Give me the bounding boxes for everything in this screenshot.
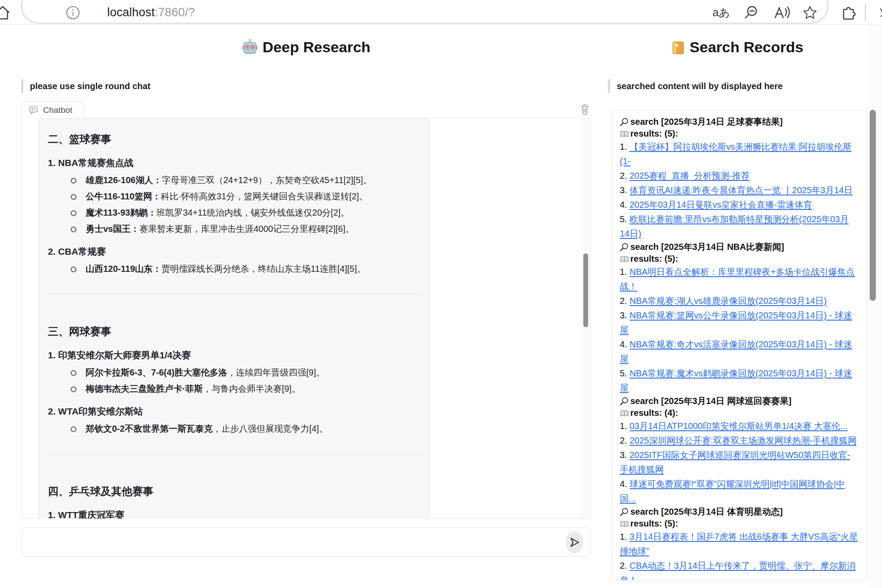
chat-subsection-title: 2. WTA印第安维尔斯站 xyxy=(48,405,419,418)
chat-message: 二、篮球赛事1. NBA常规赛焦点战雄鹿126-106湖人：字母哥准三双（24+… xyxy=(39,119,429,519)
result-number: 4. xyxy=(620,339,629,349)
record-result-item: 5. 欧联比赛前瞻:里昂vs布加勒斯特星预测分析(2025年03月14日) xyxy=(620,212,858,241)
record-results-label: results: (5): xyxy=(620,518,858,530)
record-results-count: results: (4): xyxy=(630,408,678,418)
right-note: searched content will by displayed here xyxy=(608,79,783,93)
browser-toolbar: localhost:7860/? aあ xyxy=(0,0,882,25)
left-note: please use single round chat xyxy=(21,79,151,93)
record-result-item: 2. 2025赛程_直播_分析预测-推荐 xyxy=(620,169,858,183)
chat-section-heading: 二、篮球赛事 xyxy=(48,132,419,146)
search-result-link[interactable]: 【美冠杯】阿拉胡埃伦斯vs美洲狮比赛结果:阿拉胡埃伦斯(1- xyxy=(620,142,852,166)
record-result-item: 2. CBA动态！3月14日上午传来了，贾明儒、张宁、摩尔新消息！ xyxy=(620,559,858,581)
chat-list-item: 公牛116-110篮网：科比·怀特高效31分，篮网关键回合失误葬送逆转[2]。 xyxy=(48,191,419,202)
trash-icon xyxy=(579,104,590,115)
section-divider xyxy=(48,454,418,455)
chat-list-item: 雄鹿126-106湖人：字母哥准三双（24+12+9），东契奇空砍45+11[2… xyxy=(48,174,419,186)
search-records-list: search [2025年3月14日 足球赛事结果]results: (5):1… xyxy=(611,110,867,581)
search-result-link[interactable]: 2025ITF国际女子网球巡回赛深圳光明站W50第四日收官-手机搜狐网 xyxy=(620,450,850,474)
browser-menu-icon[interactable] xyxy=(876,0,882,25)
chat-bullet-list: 雄鹿126-106湖人：字母哥准三双（24+12+9），东契奇空砍45+11[2… xyxy=(48,174,419,235)
search-result-link[interactable]: 2025深圳网球公开赛:双赛双主场激发网球热潮-手机搜狐网 xyxy=(629,436,857,445)
record-results-label: results: (5): xyxy=(620,128,858,140)
result-number: 1. xyxy=(620,421,629,431)
result-number: 2. xyxy=(620,561,629,570)
record-query: search [2025年3月14日 足球赛事结果] xyxy=(630,117,783,126)
search-result-link[interactable]: 2025赛程_直播_分析预测-推荐 xyxy=(629,171,749,180)
favorite-star-icon[interactable] xyxy=(800,0,820,25)
chat-list-item: 郑钦文0-2不敌世界第一斯瓦泰克，止步八强但展现竞争力[4]。 xyxy=(48,423,419,435)
chat-item-lead: 梅德韦杰夫三盘险胜卢卡·菲斯 xyxy=(86,384,203,393)
right-note-text: searched content will by displayed here xyxy=(617,81,783,91)
home-icon[interactable] xyxy=(0,0,12,25)
record-search-header: search [2025年3月14日 NBA比赛新闻] xyxy=(620,241,858,253)
record-results-label: results: (5): xyxy=(620,253,858,265)
result-number: 3. xyxy=(620,310,629,320)
chat-bullet-list: 山西120-119山东：贾明儒踩线长两分绝杀，终结山东主场11连胜[4][5]。 xyxy=(48,263,419,275)
result-number: 2. xyxy=(620,171,629,180)
send-button[interactable] xyxy=(566,531,583,553)
chat-scrollbar-thumb[interactable] xyxy=(583,253,588,327)
chat-input-field[interactable] xyxy=(29,533,557,551)
search-result-link[interactable]: 欧联比赛前瞻:里昂vs布加勒斯特星预测分析(2025年03月14日) xyxy=(620,214,849,238)
zoom-out-icon[interactable] xyxy=(741,0,761,25)
url-text[interactable]: localhost:7860/? xyxy=(107,0,195,25)
record-query: search [2025年3月14日 NBA比赛新闻] xyxy=(630,242,784,252)
result-number: 3. xyxy=(620,185,629,195)
search-result-link[interactable]: 球迷可免费观赛!“双赛”闪耀深圳光明|itf|中国网球协会|中国... xyxy=(620,479,845,503)
read-aloud-icon[interactable] xyxy=(771,0,792,25)
page-info-icon[interactable] xyxy=(64,0,82,25)
translate-icon[interactable]: aあ xyxy=(710,0,733,25)
search-icon xyxy=(620,507,629,516)
notebook-icon xyxy=(671,40,685,55)
record-results-count: results: (5): xyxy=(630,129,678,138)
record-result-item: 2. 2025深圳网球公开赛:双赛双主场激发网球热潮-手机搜狐网 xyxy=(620,433,858,448)
chat-subsection-title: 1. WTT重庆冠军赛 xyxy=(48,509,419,519)
page-scrollbar[interactable] xyxy=(868,25,882,588)
result-number: 2. xyxy=(620,296,629,306)
chat-scrollbar[interactable] xyxy=(582,119,589,518)
left-note-text: please use single round chat xyxy=(30,81,151,91)
result-number: 3. xyxy=(620,450,629,460)
search-result-link[interactable]: 3月14日赛程表！国乒7虎将 出战6场赛事 大胖VS高远“火星撞地球” xyxy=(620,532,858,556)
search-result-link[interactable]: NBA常规赛:篮网vs公牛录像回放(2025年03月14日) - 球迷屋 xyxy=(620,310,852,335)
chat-item-text: 班凯罗34+11统治内线，锡安外线低迷仅20分[2]。 xyxy=(156,208,349,217)
record-search-header: search [2025年3月14日 足球赛事结果] xyxy=(620,116,858,128)
send-plane-icon xyxy=(569,537,580,548)
record-result-item: 4. NBA常规赛:奇才vs活塞录像回放(2025年03月14日) - 球迷屋 xyxy=(620,337,858,366)
result-number: 5. xyxy=(620,214,629,224)
search-result-link[interactable]: 03月14日ATP1000印第安维尔斯站男单1/4决赛 大塞伦... xyxy=(629,421,847,431)
result-number: 1. xyxy=(620,267,629,277)
chat-item-lead: 雄鹿126-106湖人： xyxy=(86,175,162,185)
record-results-label: results: (4): xyxy=(620,407,858,419)
search-icon xyxy=(620,242,629,252)
search-result-link[interactable]: NBA常规赛:湖人vs雄鹿录像回放(2025年03月14日) xyxy=(629,296,827,306)
results-book-icon xyxy=(620,255,629,263)
tab-chatbot[interactable]: Chatbot xyxy=(21,101,84,118)
search-result-link[interactable]: CBA动态！3月14日上午传来了，贾明儒、张宁、摩尔新消息！ xyxy=(620,561,856,581)
chat-input-box xyxy=(21,527,591,557)
note-bar xyxy=(608,79,610,93)
chat-section-heading: 三、网球赛事 xyxy=(48,325,419,339)
bot-message-bubble: 二、篮球赛事1. NBA常规赛焦点战雄鹿126-106湖人：字母哥准三双（24+… xyxy=(39,119,430,519)
search-records-title-text: Search Records xyxy=(690,39,803,55)
search-records-title: Search Records xyxy=(608,38,867,56)
search-result-link[interactable]: 体育资讯AI速递:昨夜今晨体育热点一览 丨2025年3月14日 xyxy=(629,185,853,195)
chat-item-text: 科比·怀特高效31分，篮网关键回合失误葬送逆转[2]。 xyxy=(161,191,368,201)
search-result-link[interactable]: 2025年03月14日曼联vs皇家社会直播-雷速体育 xyxy=(629,200,812,209)
deep-research-title-text: Deep Research xyxy=(263,39,371,55)
chat-section-heading: 四、乒乓球及其他赛事 xyxy=(48,484,419,498)
chat-item-lead: 勇士vs国王： xyxy=(86,224,139,234)
record-result-item: 3. 2025ITF国际女子网球巡回赛深圳光明站W50第四日收官-手机搜狐网 xyxy=(620,448,858,477)
result-number: 4. xyxy=(620,200,629,209)
chat-item-text: ，连续四年晋级四强[9]。 xyxy=(227,368,325,377)
page-scrollbar-thumb[interactable] xyxy=(870,110,876,301)
clear-chat-button[interactable] xyxy=(577,102,592,116)
chat-item-lead: 郑钦文0-2不敌世界第一斯瓦泰克 xyxy=(86,424,213,433)
search-result-link[interactable]: NBA常规赛:奇才vs活塞录像回放(2025年03月14日) - 球迷屋 xyxy=(620,339,852,364)
record-results-count: results: (5): xyxy=(630,254,678,263)
record-result-item: 4. 2025年03月14日曼联vs皇家社会直播-雷速体育 xyxy=(620,198,858,212)
search-result-link[interactable]: NBA常规赛:魔术vs鹈鹕录像回放(2025年03月14日) - 球迷屋 xyxy=(620,368,852,393)
chat-item-lead: 公牛116-110篮网： xyxy=(86,191,161,201)
extensions-icon[interactable] xyxy=(839,0,859,25)
search-result-link[interactable]: NBA明日看点全解析：库里里程碑夜+多场卡位战引爆焦点战！ xyxy=(620,267,855,291)
